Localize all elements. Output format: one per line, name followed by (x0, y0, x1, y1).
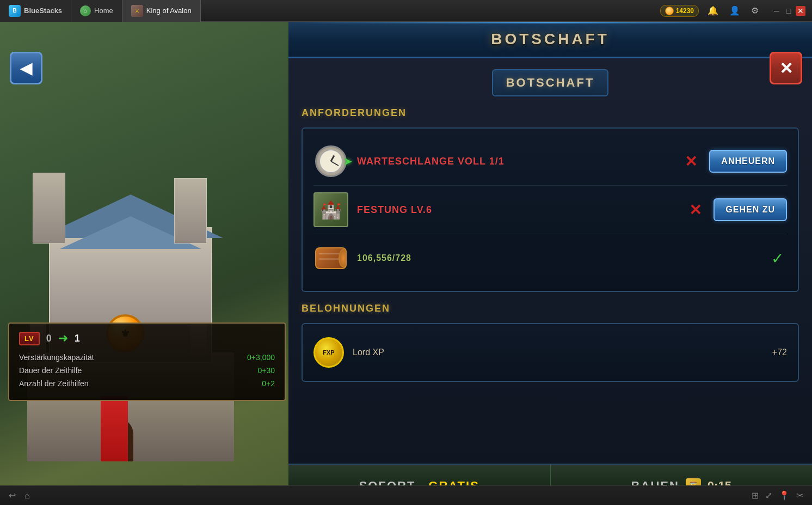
top-bar-left: B BlueStacks ⌂ Home ⚔ King of Avalon (0, 0, 201, 22)
os-home-icon[interactable]: ⌂ (24, 491, 30, 501)
coins-display: 14230 (660, 5, 699, 17)
bluestacks-tab[interactable]: B BlueStacks (0, 0, 71, 22)
req-status-queue: ✕ (681, 151, 700, 171)
level-header: LV 0 ➜ 1 (19, 331, 275, 345)
rewards-block: FXP Lord XP +72 (302, 323, 799, 382)
req-status-wood: ✓ (767, 248, 787, 268)
minimize-button[interactable]: ─ (772, 6, 782, 16)
notification-icon[interactable]: 🔔 (705, 3, 721, 18)
level-stat-1: Verstärkungskapazität 0+3,000 (19, 353, 275, 362)
content-area: ANFORDERUNGEN ➤ WARTESCHLANGE VOLL 1/1 (288, 96, 812, 404)
level-from: 0 (46, 333, 52, 344)
user-icon[interactable]: 👤 (727, 3, 742, 18)
panel-title-text: BOTSCHAFT (506, 76, 595, 89)
home-icon: ⌂ (80, 5, 91, 16)
panel-title-area: BOTSCHAFT (288, 58, 812, 96)
window-controls: ─ □ ✕ (772, 6, 805, 16)
os-grid-icon[interactable]: ⊞ (752, 490, 759, 501)
top-bar: B BlueStacks ⌂ Home ⚔ King of Avalon 142… (0, 0, 812, 22)
back-button[interactable]: ◀ (10, 52, 42, 84)
level-stat-2: Dauer der Zeithilfe 0+30 (19, 366, 275, 375)
os-bar: ↩ ⌂ ⊞ ⤢ 📍 ✂ (0, 485, 812, 505)
anheuern-button[interactable]: ANHEUERN (709, 150, 787, 173)
os-location-icon[interactable]: 📍 (779, 490, 790, 501)
stat-label-1: Verstärkungskapazität (19, 353, 94, 362)
os-expand-icon[interactable]: ⤢ (765, 490, 772, 501)
requirements-block: ➤ WARTESCHLANGE VOLL 1/1 ✕ ANHEUERN 🏰 FE… (302, 127, 799, 292)
reward-row-xp: FXP Lord XP +72 (313, 333, 787, 372)
red-carpet (101, 396, 128, 461)
req-row-wood: 106,556/728 ✓ (313, 234, 787, 282)
exp-icon: FXP (313, 337, 344, 368)
clock-icon (315, 145, 347, 177)
os-cursor-icon[interactable]: ✂ (796, 490, 803, 501)
clock-face (319, 149, 343, 173)
bluestacks-label: BlueStacks (24, 7, 62, 15)
exp-text: FXP (323, 349, 334, 356)
stat-value-2: 0+30 (257, 366, 275, 375)
home-label: Home (94, 7, 113, 15)
green-arrow-icon: ➤ (343, 155, 353, 168)
castle-icon: 🏰 (313, 192, 348, 227)
requirements-header: ANFORDERUNGEN (302, 107, 799, 119)
os-left: ↩ ⌂ (9, 490, 30, 501)
stat-value-3: 0+2 (262, 379, 275, 388)
stat-value-1: 0+3,000 (247, 353, 275, 362)
wood-icon (315, 247, 347, 269)
lv-badge: LV (19, 332, 40, 345)
game-scene: ⚜ (0, 22, 299, 505)
level-arrow: ➜ (58, 331, 68, 345)
req-label-castle: FESTUNG LV.6 (357, 204, 676, 216)
title-banner: BOTSCHAFT (288, 22, 812, 58)
building-tower-right (174, 178, 207, 244)
reward-value-xp: +72 (772, 348, 787, 357)
maximize-button[interactable]: □ (784, 6, 793, 16)
stat-label-3: Anzahl der Zeithilfen (19, 379, 89, 388)
reward-label-xp: Lord XP (353, 348, 764, 357)
req-row-queue: ➤ WARTESCHLANGE VOLL 1/1 ✕ ANHEUERN (313, 137, 787, 186)
os-right: ⊞ ⤢ 📍 ✂ (752, 490, 803, 501)
close-x-icon: ✕ (779, 59, 793, 78)
back-arrow-icon: ◀ (20, 59, 32, 77)
req-status-castle: ✕ (685, 200, 705, 220)
bluestacks-logo: B (9, 5, 21, 17)
coin-icon (665, 7, 674, 15)
game-icon: ⚔ (131, 5, 143, 17)
game-area: ⚜ LV 0 ➜ 1 Verstärkungskapazität 0+3,000… (0, 22, 812, 505)
level-panel: LV 0 ➜ 1 Verstärkungskapazität 0+3,000 D… (8, 323, 286, 401)
req-row-castle: 🏰 FESTUNG LV.6 ✕ GEHEN ZU (313, 186, 787, 234)
window-close-button[interactable]: ✕ (796, 6, 805, 16)
level-stat-3: Anzahl der Zeithilfen 0+2 (19, 379, 275, 388)
req-icon-queue: ➤ (313, 144, 348, 179)
home-tab[interactable]: ⌂ Home (71, 0, 122, 22)
clock-hand-minute (331, 161, 339, 166)
building-tower-left (33, 173, 65, 244)
settings-icon[interactable]: ⚙ (749, 3, 761, 18)
os-back-icon[interactable]: ↩ (9, 490, 16, 501)
game-tab[interactable]: ⚔ King of Avalon (122, 0, 201, 22)
level-to: 1 (75, 333, 80, 344)
req-label-queue: WARTESCHLANGE VOLL 1/1 (357, 156, 672, 167)
panel-title-bar: BOTSCHAFT (492, 69, 609, 96)
close-x-button[interactable]: ✕ (770, 52, 802, 84)
main-title: BOTSCHAFT (491, 31, 610, 47)
top-bar-right: 14230 🔔 👤 ⚙ ─ □ ✕ (660, 3, 812, 18)
game-label: King of Avalon (146, 7, 192, 15)
gehen-zu-button[interactable]: GEHEN ZU (713, 198, 787, 221)
stat-label-2: Dauer der Zeithilfe (19, 366, 82, 375)
rewards-header: BELOHNUNGEN (302, 303, 799, 314)
req-icon-castle: 🏰 (313, 192, 348, 227)
req-icon-wood (313, 241, 348, 276)
wood-end (339, 249, 347, 267)
main-panel: BOTSCHAFT BOTSCHAFT ANFORDERUNGEN (288, 22, 812, 505)
req-label-wood: 106,556/728 (357, 253, 759, 263)
coins-amount: 14230 (676, 7, 694, 15)
